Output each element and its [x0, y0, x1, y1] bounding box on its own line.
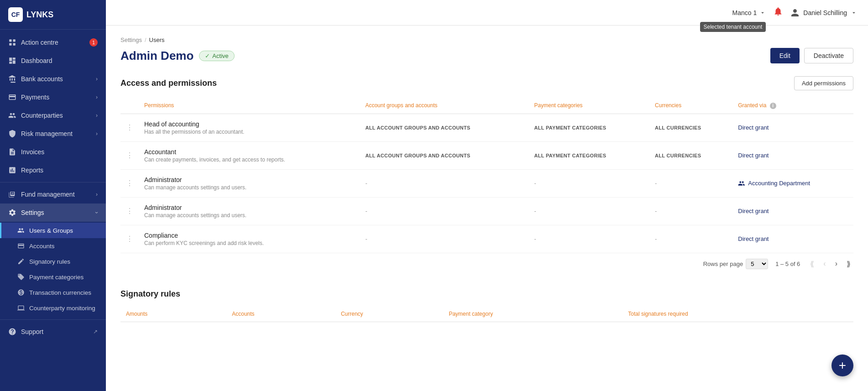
plus-icon: +	[839, 359, 846, 372]
bank-icon	[8, 75, 16, 83]
last-page-button[interactable]: ⟫	[844, 259, 853, 269]
sub-nav-label-counterparty-monitoring: Counterparty monitoring	[29, 305, 95, 312]
badge-all: ALL ACCOUNT GROUPS AND ACCOUNTS	[365, 125, 470, 130]
sidebar-item-risk-management[interactable]: Risk management ›	[0, 125, 106, 143]
signatory-table-head: Amounts Accounts Currency Payment catego…	[120, 306, 853, 322]
logo-icon: CF	[8, 7, 23, 22]
grant-group[interactable]: Accounting Department	[738, 180, 848, 187]
sidebar-item-counterparties[interactable]: Counterparties ›	[0, 106, 106, 125]
sidebar-item-action-centre[interactable]: Action centre 1	[0, 33, 106, 52]
sub-nav-counterparty-monitoring[interactable]: Counterparty monitoring	[0, 300, 106, 316]
signatory-section-header: Signatory rules	[120, 289, 853, 299]
status-text: Active	[212, 52, 228, 59]
perm-desc: Can manage accounts settings and users.	[144, 212, 354, 219]
monitor-icon	[17, 304, 25, 312]
drag-cell[interactable]: ⋮	[120, 197, 139, 225]
payment-icon	[8, 93, 16, 101]
currencies-cell: -	[649, 169, 732, 197]
status-badge: ✓ Active	[199, 51, 234, 61]
account-groups-cell: -	[360, 169, 528, 197]
nav-label-support: Support	[21, 328, 43, 335]
drag-handle-icon[interactable]: ⋮	[126, 151, 133, 159]
drag-cell[interactable]: ⋮	[120, 225, 139, 253]
sidebar-item-dashboard[interactable]: Dashboard	[0, 52, 106, 70]
granted-via-cell: Direct grant	[732, 197, 853, 225]
sidebar-item-fund-management[interactable]: Fund management ›	[0, 185, 106, 203]
external-link-icon: ↗	[93, 328, 98, 335]
settings-icon	[8, 209, 16, 217]
account-groups-cell: -	[360, 197, 528, 225]
settings-chevron-icon: ›	[94, 212, 100, 214]
page-header: Admin Demo ✓ Active Edit Deactivate	[120, 48, 853, 63]
signatory-table: Amounts Accounts Currency Payment catego…	[120, 306, 853, 322]
rows-per-page-select[interactable]: 5 10 25	[746, 259, 768, 269]
col-payment-category: Payment category	[443, 306, 622, 322]
payment-categories-cell: -	[529, 197, 650, 225]
sidebar-item-reports[interactable]: Reports	[0, 161, 106, 179]
sidebar-item-bank-accounts[interactable]: Bank accounts ›	[0, 70, 106, 88]
perm-desc: Can create payments, invoices, and get a…	[144, 156, 354, 163]
col-currencies: Currencies	[649, 98, 732, 114]
edit-button[interactable]: Edit	[770, 48, 800, 63]
next-page-button[interactable]: ›	[832, 259, 840, 269]
permissions-section-header: Access and permissions Add permissions	[120, 76, 853, 90]
sub-nav-transaction-currencies[interactable]: Transaction currencies	[0, 285, 106, 300]
table-row: ⋮ Compliance Can perform KYC screenings …	[120, 225, 853, 253]
sub-nav-payment-categories[interactable]: Payment categories	[0, 269, 106, 285]
drag-cell[interactable]: ⋮	[120, 141, 139, 169]
drag-handle-icon[interactable]: ⋮	[126, 207, 133, 215]
dash: -	[655, 235, 657, 242]
account-icon	[17, 242, 25, 250]
tenant-selector[interactable]: Manco 1 Selected tenant account	[732, 9, 766, 16]
currencies-cell: -	[649, 225, 732, 253]
sidebar-item-payments[interactable]: Payments ›	[0, 88, 106, 106]
sidebar-item-invoices[interactable]: Invoices	[0, 143, 106, 161]
drag-cell[interactable]: ⋮	[120, 169, 139, 197]
deactivate-button[interactable]: Deactivate	[804, 48, 853, 63]
perm-cell: Accountant Can create payments, invoices…	[139, 141, 360, 169]
sidebar-item-settings[interactable]: Settings ›	[0, 203, 106, 222]
notification-bell[interactable]	[773, 6, 783, 19]
badge-all: ALL ACCOUNT GROUPS AND ACCOUNTS	[365, 153, 470, 158]
dash: -	[534, 208, 536, 214]
tenant-name: Manco 1	[732, 9, 757, 16]
table-row: ⋮ Accountant Can create payments, invoic…	[120, 141, 853, 169]
fab-add-button[interactable]: +	[831, 355, 853, 376]
first-page-button[interactable]: ⟪	[807, 259, 817, 269]
user-info[interactable]: Daniel Schilling	[790, 8, 857, 17]
nav-label-dashboard: Dashboard	[21, 57, 52, 64]
drag-handle-icon[interactable]: ⋮	[126, 124, 133, 131]
sub-nav-accounts[interactable]: Accounts	[0, 238, 106, 254]
dash: -	[655, 208, 657, 214]
logo[interactable]: CF LYNKS	[0, 0, 106, 30]
user-avatar-icon	[790, 8, 800, 17]
drag-handle-icon[interactable]: ⋮	[126, 235, 133, 243]
tag-icon	[17, 273, 25, 281]
perm-desc: Can perform KYC screenings and add risk …	[144, 240, 354, 246]
sub-nav-signatory-rules[interactable]: Signatory rules	[0, 254, 106, 269]
perm-name: Head of accounting	[144, 120, 354, 128]
drag-cell[interactable]: ⋮	[120, 114, 139, 141]
dashboard-icon	[8, 57, 16, 65]
sub-nav-users-groups[interactable]: Users & Groups	[0, 223, 106, 238]
prev-page-button[interactable]: ‹	[821, 259, 828, 269]
breadcrumb-sep: /	[145, 36, 146, 43]
bell-icon	[773, 6, 783, 16]
currencies-cell: ALL CURRENCIES	[649, 141, 732, 169]
content-area: Settings / Users Admin Demo ✓ Active Edi…	[106, 26, 868, 391]
col-account-groups: Account groups and accounts	[360, 98, 528, 114]
permissions-table: Permissions Account groups and accounts …	[120, 98, 853, 253]
user-chevron-icon	[851, 10, 857, 16]
badge-all: ALL PAYMENT CATEGORIES	[534, 153, 607, 158]
svg-rect-3	[13, 43, 16, 46]
account-groups-cell: -	[360, 225, 528, 253]
perm-desc: Can manage accounts settings and users.	[144, 184, 354, 191]
dash: -	[365, 208, 367, 214]
drag-handle-icon[interactable]: ⋮	[126, 179, 133, 187]
breadcrumb-settings[interactable]: Settings	[120, 36, 142, 43]
add-permissions-button[interactable]: Add permissions	[794, 76, 853, 90]
payment-categories-cell: -	[529, 225, 650, 253]
chevron-icon: ›	[96, 94, 98, 100]
rows-per-page: Rows per page 5 10 25	[703, 259, 768, 269]
sidebar-item-support[interactable]: Support ↗	[0, 323, 106, 341]
